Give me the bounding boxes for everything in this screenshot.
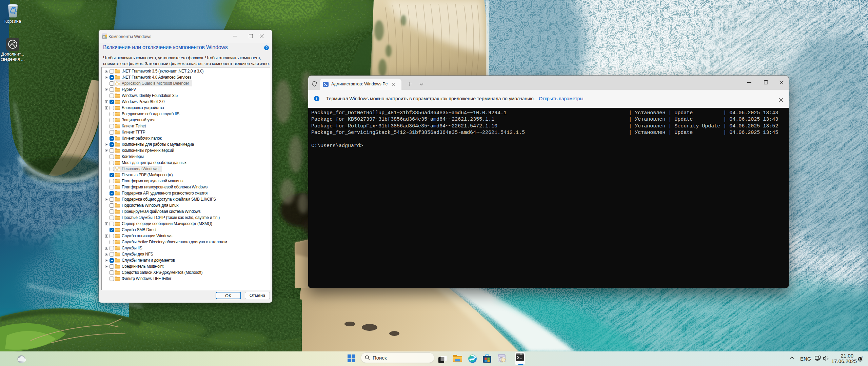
- svg-text:z: z: [859, 357, 861, 360]
- svg-text:z: z: [862, 356, 863, 358]
